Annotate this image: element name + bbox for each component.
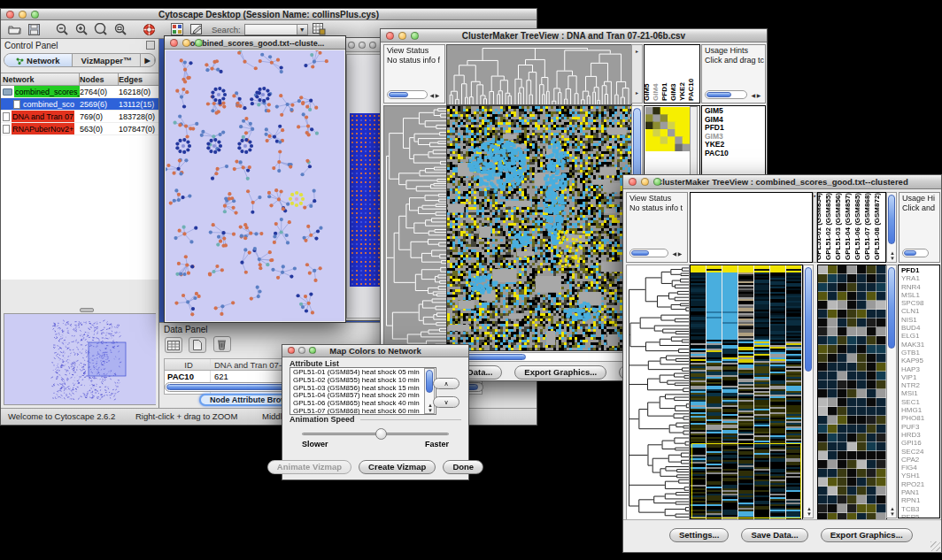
gene-label[interactable]: HMG1 [901, 406, 939, 414]
tree-splitter[interactable]: ▸▸ [631, 44, 643, 104]
open-icon[interactable] [6, 22, 22, 36]
close-button[interactable] [629, 178, 637, 186]
row-dendrogram[interactable] [626, 265, 690, 520]
dense-network-canvas[interactable] [350, 113, 382, 287]
gene-label[interactable]: PAN1 [901, 488, 939, 496]
move-up-button[interactable]: ∧ [433, 378, 459, 389]
zoom-button[interactable] [195, 39, 203, 47]
settings-button[interactable]: Settings... [669, 528, 729, 542]
status-hscrollbar[interactable] [629, 249, 668, 257]
gene-label[interactable]: TCB3 [901, 505, 939, 513]
tab-vizmapper[interactable]: VizMapper™ [73, 54, 141, 66]
network-row[interactable]: combined_scores_2764(0)16218(0) [1, 86, 158, 98]
zoom-button[interactable] [653, 178, 661, 186]
row-dendrogram[interactable] [383, 105, 447, 351]
float-panel-icon[interactable] [146, 41, 155, 50]
gene-label[interactable]: PUF3 [901, 423, 939, 431]
gene-label[interactable]: GPI16 [901, 439, 939, 447]
help-ring-icon[interactable] [141, 22, 157, 36]
scroll-arrows[interactable]: ◀ ▶ [428, 93, 442, 98]
minimize-button[interactable] [298, 347, 305, 354]
save-data-button[interactable]: Save Data... [741, 528, 807, 542]
save-icon[interactable] [26, 22, 42, 36]
gene-label[interactable]: PHO81 [901, 414, 939, 422]
scroll-arrows[interactable]: ▲▼ [887, 506, 898, 517]
zoom-actual-icon[interactable] [93, 22, 109, 36]
gene-label[interactable]: CLN1 [901, 307, 939, 315]
create-vizmap-button[interactable]: Create Vizmap [359, 460, 436, 474]
gene-label[interactable]: CPA2 [901, 456, 939, 464]
export-graphics-button[interactable]: Export Graphics... [514, 365, 606, 380]
resize-grip[interactable] [930, 541, 940, 551]
cluster-matrix[interactable] [645, 107, 690, 151]
zoom-out-icon[interactable] [54, 22, 70, 36]
gene-label[interactable]: RNR4 [901, 283, 939, 291]
gene-label[interactable]: NIS1 [901, 316, 939, 324]
gene-label[interactable]: BUD4 [901, 324, 939, 332]
gene-label[interactable]: GTB1 [901, 349, 939, 357]
scroll-arrows[interactable]: ◀ ▶ [749, 93, 763, 98]
export-graphics-button[interactable]: Export Graphics... [821, 528, 913, 542]
gene-label[interactable]: ELG1 [901, 332, 939, 340]
zoom-vscrollbar[interactable]: ▲▼ [886, 265, 897, 518]
scroll-arrows[interactable]: ▲▼ [804, 506, 815, 517]
gene-label[interactable]: HAP3 [901, 365, 939, 373]
gene-label[interactable]: MSI1 [901, 389, 939, 397]
zoom-fit-icon[interactable] [112, 22, 128, 36]
tab-network[interactable]: Network [4, 54, 73, 66]
import-table-icon[interactable] [312, 22, 328, 36]
zoom-button[interactable] [369, 42, 376, 49]
vizmapper-icon[interactable] [169, 22, 185, 36]
main-titlebar[interactable]: Cytoscape Desktop (Session Name: collins… [1, 9, 537, 20]
attribute-list-vscrollbar[interactable]: ▲▼ [424, 368, 435, 414]
gene-label[interactable]: RPO21 [901, 480, 939, 488]
network-canvas[interactable] [166, 50, 344, 321]
search-dropdown-icon[interactable]: ▼ [297, 25, 307, 35]
zoomed-heatmap[interactable] [817, 265, 887, 520]
attribute-list[interactable]: GPL51-01 (GSM854) heat shock 05 minGPL51… [290, 367, 436, 415]
status-hscrollbar[interactable] [387, 90, 428, 99]
move-down-button[interactable]: ∨ [433, 396, 459, 408]
close-button[interactable] [386, 32, 394, 40]
gene-label[interactable]: HRD3 [901, 431, 939, 439]
network-overview[interactable] [4, 313, 156, 405]
gene-label[interactable]: SEC1 [901, 398, 939, 406]
zoom-button[interactable] [31, 11, 39, 19]
gene-label[interactable]: FIG4 [901, 464, 939, 472]
close-button[interactable] [348, 42, 355, 49]
minimize-button[interactable] [182, 39, 190, 47]
gene-label[interactable]: MSL1 [901, 291, 939, 299]
minimize-button[interactable] [641, 178, 649, 186]
table-view-icon[interactable] [165, 337, 182, 353]
gene-label[interactable]: PFD1 [901, 266, 939, 274]
animate-vizmap-button[interactable]: Animate Vizmap [267, 460, 351, 474]
gene-label[interactable]: YSH1 [901, 472, 939, 479]
attribute-item[interactable]: GPL51-07 (GSM868) heat shock 60 min [293, 408, 423, 415]
done-button[interactable]: Done [443, 460, 483, 474]
gene-label[interactable]: NTR2 [901, 381, 939, 389]
heatmap-hscrollbar[interactable] [446, 352, 630, 362]
gene-label[interactable]: YRA1 [901, 274, 939, 282]
delete-attribute-icon[interactable] [213, 336, 231, 352]
gene-label[interactable]: SPC98 [901, 299, 939, 307]
gene-label[interactable]: PEP5 [901, 513, 939, 518]
gene-label[interactable]: VIP1 [901, 373, 939, 381]
scroll-arrows[interactable]: ◀ ▶ [670, 251, 684, 257]
tab-overflow-arrow[interactable]: ▶ [141, 54, 155, 66]
close-button[interactable] [288, 347, 295, 354]
network-row[interactable]: combined_sco2569(6)13112(15) [1, 98, 158, 111]
minimize-button[interactable] [398, 32, 406, 40]
close-button[interactable] [6, 11, 14, 19]
zoom-button[interactable] [309, 347, 316, 354]
hints-hscrollbar[interactable] [705, 90, 747, 99]
scroll-arrows[interactable]: ▲▼ [887, 250, 898, 261]
slider-thumb[interactable] [375, 428, 387, 440]
gene-label[interactable]: SEC24 [901, 448, 939, 456]
heatmap-vscrollbar[interactable]: ▲▼ [803, 265, 814, 518]
animation-speed-slider[interactable] [302, 433, 449, 435]
panel-splitter[interactable] [1, 307, 158, 311]
search-input[interactable]: ▼ [244, 24, 308, 35]
new-attribute-icon[interactable] [189, 337, 206, 353]
expression-heatmap[interactable] [690, 265, 803, 520]
network-row[interactable]: DNA and Tran 07769(0)183728(0) [1, 111, 158, 123]
